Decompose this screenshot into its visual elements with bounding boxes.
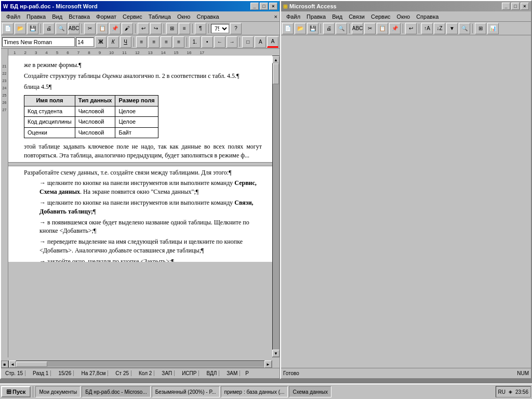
access-tb-sep1: [321, 24, 321, 33]
decrease-indent-btn[interactable]: ←: [214, 36, 225, 48]
word-menu-insert[interactable]: Вставка: [65, 12, 93, 21]
access-cut-btn[interactable]: ✂: [364, 23, 376, 34]
access-paste-btn[interactable]: 📌: [389, 23, 401, 34]
word-minimize-btn[interactable]: _: [250, 3, 259, 10]
start-label: Пуск: [12, 389, 25, 395]
align-center-btn[interactable]: ≡: [148, 36, 159, 48]
access-undo-btn[interactable]: ↩: [405, 23, 417, 34]
word-close-btn[interactable]: ×: [269, 3, 277, 10]
access-menu-view[interactable]: Вид: [329, 12, 345, 21]
font-size-input[interactable]: [76, 37, 94, 47]
hscroll-left-btn[interactable]: ◄: [9, 361, 16, 368]
taskbar-item-4[interactable]: Схема данных: [289, 386, 331, 397]
access-sort-asc-btn[interactable]: ↑A: [421, 23, 433, 34]
access-menu-help[interactable]: Справка: [413, 12, 442, 21]
justify-btn[interactable]: ≡: [173, 36, 184, 48]
status-at: На 27,8см: [79, 370, 108, 376]
start-button[interactable]: ⊞ Пуск: [1, 386, 31, 397]
format-painter-btn[interactable]: 🖌: [122, 23, 133, 34]
help-btn[interactable]: ?: [230, 23, 242, 34]
save-btn[interactable]: 💾: [27, 23, 38, 34]
taskbar-item-3[interactable]: пример : база данных (...: [221, 386, 288, 397]
word-menu-table[interactable]: Таблица: [145, 12, 174, 21]
cut-btn[interactable]: ✂: [84, 23, 96, 34]
word-menu-help[interactable]: Справка: [193, 12, 222, 21]
word-toolbar2: Ж К Ч ≡ ≡ ≡ ≡ 1. • ← → □ A A: [1, 35, 280, 49]
taskbar-item-2[interactable]: Безымянный (200%) - Р...: [152, 386, 220, 397]
access-maximize-btn[interactable]: □: [511, 3, 520, 10]
columns-btn[interactable]: ≡: [179, 23, 190, 34]
spell-btn[interactable]: ABC: [68, 23, 79, 34]
access-print-btn[interactable]: 🖨: [323, 23, 335, 34]
zoom-selector[interactable]: 75% 100%: [211, 24, 229, 33]
show-hide-btn[interactable]: ¶: [195, 23, 206, 34]
hscroll-thumb[interactable]: [16, 362, 47, 367]
normal-view-btn[interactable]: ■: [1, 361, 8, 368]
word-maximize-btn[interactable]: □: [260, 3, 268, 10]
access-menu-edit[interactable]: Правка: [303, 12, 329, 21]
underline-btn[interactable]: Ч: [120, 36, 131, 48]
undo-btn[interactable]: ↩: [138, 23, 149, 34]
access-menu-relations[interactable]: Связи: [345, 12, 368, 21]
taskbar-item-1[interactable]: БД нр-раб.doc - Microso...: [82, 386, 151, 397]
preview-btn[interactable]: 🔍: [56, 23, 67, 34]
word-content[interactable]: же в режиме формы.¶ Создайте структуру т…: [8, 56, 272, 262]
new-doc-btn[interactable]: 📄: [2, 23, 14, 34]
font-color-btn[interactable]: A: [267, 36, 278, 48]
scroll-up-btn[interactable]: ▲: [272, 56, 280, 63]
tb-sep8: [187, 37, 187, 47]
access-status-right: NUM: [517, 370, 529, 376]
hscroll-right-btn[interactable]: ►: [264, 361, 272, 368]
access-analyze-btn[interactable]: 📊: [487, 23, 499, 34]
access-find-btn[interactable]: 🔍: [459, 23, 470, 34]
access-window-controls[interactable]: _ □ ×: [502, 3, 529, 10]
language-indicator[interactable]: RU: [498, 389, 506, 395]
word-menu-tools[interactable]: Сервис: [119, 12, 145, 21]
print-btn[interactable]: 🖨: [43, 23, 55, 34]
access-copy-btn[interactable]: 📋: [377, 23, 388, 34]
word-vscroll[interactable]: ▲ ▼: [272, 56, 280, 357]
access-new-btn[interactable]: 📄: [282, 23, 294, 34]
word-menu-file[interactable]: Файл: [3, 12, 23, 21]
bullets-btn[interactable]: •: [202, 36, 213, 48]
copy-btn[interactable]: 📋: [97, 23, 108, 34]
redo-btn[interactable]: ↪: [150, 23, 162, 34]
access-filter-btn[interactable]: ▼: [446, 23, 458, 34]
align-left-btn[interactable]: ≡: [136, 36, 148, 48]
access-open-btn[interactable]: 📂: [295, 23, 306, 34]
scroll-down-btn[interactable]: ▼: [272, 350, 280, 357]
access-spell-btn[interactable]: ABC: [352, 23, 363, 34]
access-save-btn[interactable]: 💾: [307, 23, 318, 34]
word-menu-window[interactable]: Окно: [174, 12, 194, 21]
bold-btn[interactable]: Ж: [95, 36, 107, 48]
increase-indent-btn[interactable]: →: [227, 36, 238, 48]
taskbar-item-0[interactable]: Мои документы: [35, 386, 81, 397]
table-insert-btn[interactable]: ⊞: [166, 23, 178, 34]
access-menu-file[interactable]: Файл: [283, 12, 303, 21]
word-window-controls[interactable]: _ □ ×: [250, 3, 277, 10]
word-menu-edit[interactable]: Правка: [23, 12, 49, 21]
access-menu-window[interactable]: Окно: [394, 12, 414, 21]
border-btn[interactable]: □: [242, 36, 254, 48]
word-menu-view[interactable]: Вид: [49, 12, 65, 21]
scroll-track: [273, 63, 279, 350]
tb-sep3: [135, 24, 136, 33]
font-input[interactable]: [2, 37, 75, 47]
access-minimize-btn[interactable]: _: [502, 3, 510, 10]
word-menu-format[interactable]: Формат: [93, 12, 119, 21]
italic-btn[interactable]: К: [108, 36, 119, 48]
access-menu-tools[interactable]: Сервис: [368, 12, 394, 21]
open-btn[interactable]: 📂: [15, 23, 26, 34]
access-relationships-btn[interactable]: ⊞: [475, 23, 486, 34]
align-right-btn[interactable]: ≡: [161, 36, 172, 48]
highlight-btn[interactable]: A: [255, 36, 266, 48]
access-close-btn[interactable]: ×: [521, 3, 529, 10]
word-close-x[interactable]: ×: [274, 14, 277, 20]
numbering-btn[interactable]: 1.: [189, 36, 201, 48]
scroll-thumb[interactable]: [273, 63, 279, 84]
access-preview-btn[interactable]: 🔍: [336, 23, 347, 34]
paste-btn[interactable]: 📌: [109, 23, 121, 34]
taskbar: ⊞ Пуск Мои документы БД нр-раб.doc - Mic…: [0, 383, 532, 399]
word-hscroll[interactable]: ◄ ►: [8, 361, 272, 368]
access-sort-desc-btn[interactable]: ↓Z: [434, 23, 445, 34]
